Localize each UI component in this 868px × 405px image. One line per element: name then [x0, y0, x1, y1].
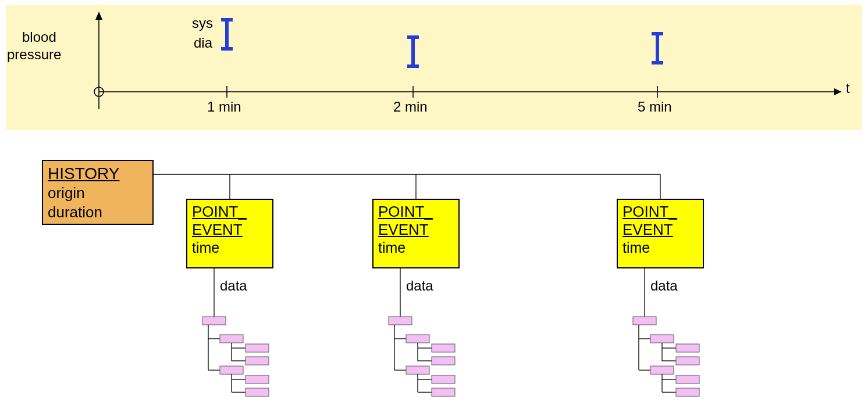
chart-panel: blood pressure sys dia 1 min 2 min 5 min… — [6, 5, 862, 130]
pe-title-1a: POINT_ — [192, 202, 268, 221]
pe-attr-3: time — [622, 239, 698, 257]
history-attr-duration: duration — [48, 203, 148, 222]
item-tree-1 — [202, 317, 269, 396]
data-label-2: data — [406, 278, 433, 294]
pe-title-3a: POINT_ — [622, 202, 698, 221]
point-event-box-2: POINT_ EVENT time — [372, 199, 460, 268]
chart-svg — [6, 5, 862, 130]
svg-marker-1 — [834, 88, 841, 95]
point-event-box-1: POINT_ EVENT time — [186, 199, 273, 268]
history-attr-origin: origin — [48, 184, 148, 203]
data-label-3: data — [650, 278, 678, 294]
item-tree-3 — [633, 317, 699, 396]
pe-attr-2: time — [378, 239, 454, 257]
data-label-1: data — [220, 278, 247, 294]
pe-title-3b: EVENT — [622, 220, 698, 239]
point-event-box-3: POINT_ EVENT time — [617, 199, 704, 268]
svg-marker-3 — [95, 12, 102, 20]
history-box: HISTORY origin duration — [42, 160, 154, 225]
pe-title-2a: POINT_ — [378, 202, 454, 221]
pe-attr-1: time — [192, 239, 268, 257]
history-title: HISTORY — [48, 163, 148, 184]
pe-title-2b: EVENT — [378, 220, 454, 239]
pe-title-1b: EVENT — [192, 220, 268, 239]
item-tree-2 — [389, 317, 455, 396]
